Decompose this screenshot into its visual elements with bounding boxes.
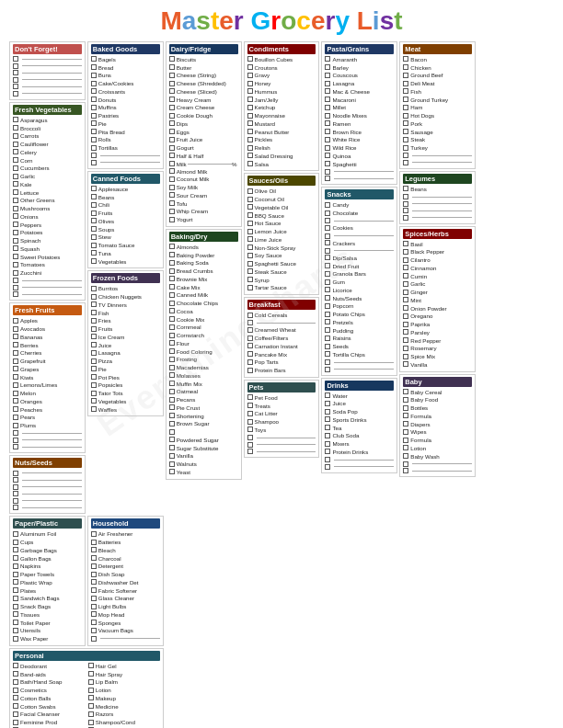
checkbox[interactable] — [91, 113, 97, 119]
checkbox[interactable] — [13, 270, 18, 276]
checkbox[interactable] — [325, 105, 330, 110]
checkbox[interactable] — [325, 153, 330, 158]
checkbox[interactable] — [169, 260, 175, 266]
checkbox[interactable] — [88, 711, 94, 717]
checkbox[interactable] — [91, 334, 97, 339]
checkbox[interactable] — [247, 394, 253, 400]
checkbox[interactable] — [13, 198, 18, 203]
checkbox[interactable] — [325, 161, 330, 166]
checkbox[interactable] — [169, 348, 175, 354]
checkbox[interactable] — [169, 461, 175, 467]
checkbox[interactable] — [169, 268, 175, 274]
checkbox[interactable] — [403, 361, 408, 367]
checkbox[interactable] — [169, 421, 175, 427]
checkbox[interactable] — [13, 671, 18, 677]
checkbox[interactable] — [13, 374, 18, 380]
checkbox[interactable] — [325, 312, 330, 317]
checkbox[interactable] — [13, 262, 18, 267]
checkbox[interactable] — [13, 142, 18, 147]
checkbox[interactable] — [169, 308, 175, 313]
checkbox[interactable] — [13, 531, 18, 537]
checkbox[interactable] — [13, 222, 18, 227]
checkbox[interactable] — [169, 153, 175, 158]
checkbox[interactable] — [169, 209, 175, 214]
checkbox[interactable] — [403, 137, 408, 142]
checkbox[interactable] — [325, 344, 330, 349]
checkbox[interactable] — [91, 342, 97, 347]
checkbox[interactable] — [325, 218, 330, 223]
checkbox[interactable] — [91, 234, 97, 240]
checkbox[interactable] — [91, 587, 97, 593]
checkbox[interactable] — [169, 168, 175, 174]
checkbox[interactable] — [325, 271, 330, 277]
checkbox[interactable] — [91, 350, 97, 356]
checkbox[interactable] — [91, 406, 97, 412]
checkbox[interactable] — [247, 313, 253, 318]
checkbox[interactable] — [13, 430, 18, 436]
checkbox[interactable] — [13, 181, 18, 187]
checkbox[interactable] — [13, 125, 18, 131]
checkbox[interactable] — [325, 401, 330, 406]
checkbox[interactable] — [13, 498, 18, 504]
checkbox[interactable] — [247, 229, 253, 234]
checkbox[interactable] — [13, 391, 18, 396]
checkbox[interactable] — [403, 113, 408, 119]
checkbox[interactable] — [91, 153, 97, 158]
checkbox[interactable] — [403, 88, 408, 94]
checkbox[interactable] — [403, 429, 408, 435]
checkbox[interactable] — [403, 56, 408, 62]
checkbox[interactable] — [247, 88, 253, 94]
checkbox[interactable] — [91, 620, 97, 625]
checkbox[interactable] — [91, 194, 97, 199]
checkbox[interactable] — [91, 596, 97, 601]
checkbox[interactable] — [169, 73, 175, 78]
checkbox[interactable] — [13, 285, 18, 290]
checkbox[interactable] — [403, 208, 408, 213]
checkbox[interactable] — [325, 137, 330, 142]
checkbox[interactable] — [169, 244, 175, 249]
checkbox[interactable] — [169, 340, 175, 346]
checkbox[interactable] — [403, 305, 408, 311]
checkbox[interactable] — [247, 81, 253, 86]
checkbox[interactable] — [91, 391, 97, 396]
checkbox[interactable] — [169, 97, 175, 102]
checkbox[interactable] — [13, 84, 18, 89]
checkbox[interactable] — [88, 679, 94, 685]
checkbox[interactable] — [13, 505, 18, 510]
checkbox[interactable] — [247, 403, 253, 408]
checkbox[interactable] — [403, 273, 408, 279]
checkbox[interactable] — [13, 679, 18, 685]
checkbox[interactable] — [325, 449, 330, 454]
checkbox[interactable] — [169, 56, 175, 62]
checkbox[interactable] — [403, 405, 408, 411]
checkbox[interactable] — [91, 243, 97, 248]
checkbox[interactable] — [247, 359, 253, 365]
checkbox[interactable] — [91, 572, 97, 577]
checkbox[interactable] — [13, 484, 18, 490]
checkbox[interactable] — [91, 145, 97, 151]
checkbox[interactable] — [88, 695, 94, 700]
checkbox[interactable] — [91, 326, 97, 332]
checkbox[interactable] — [403, 421, 408, 427]
checkbox[interactable] — [91, 160, 97, 165]
checkbox[interactable] — [247, 336, 253, 341]
checkbox[interactable] — [91, 563, 97, 569]
checkbox[interactable] — [91, 374, 97, 380]
checkbox[interactable] — [325, 97, 330, 102]
checkbox[interactable] — [325, 351, 330, 357]
checkbox[interactable] — [91, 56, 97, 62]
checkbox[interactable] — [169, 129, 175, 134]
checkbox[interactable] — [247, 442, 253, 448]
checkbox[interactable] — [247, 277, 253, 282]
checkbox[interactable] — [91, 366, 97, 371]
checkbox[interactable] — [403, 413, 408, 418]
checkbox[interactable] — [403, 468, 408, 473]
checkbox[interactable] — [325, 64, 330, 70]
checkbox[interactable] — [169, 64, 175, 70]
checkbox[interactable] — [247, 188, 253, 194]
checkbox[interactable] — [247, 435, 253, 440]
checkbox[interactable] — [91, 97, 97, 102]
checkbox[interactable] — [91, 129, 97, 134]
checkbox[interactable] — [13, 491, 18, 496]
checkbox[interactable] — [403, 145, 408, 151]
